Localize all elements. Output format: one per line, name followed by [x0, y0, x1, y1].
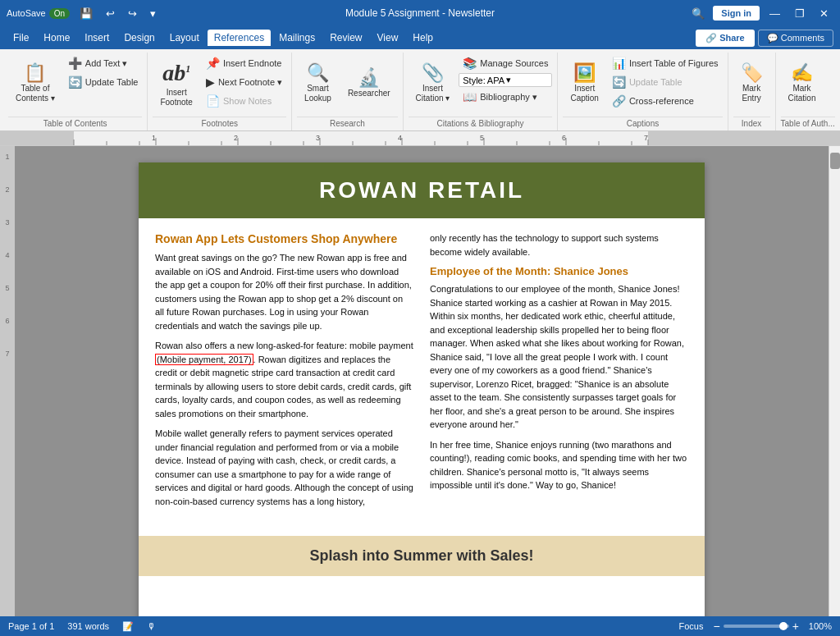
footnotes-sub-buttons: 📌 Insert Endnote ▶ Next Footnote ▾ 📄 Sho… [202, 54, 286, 110]
mark-citation-button[interactable]: ✍️ MarkCitation [781, 54, 824, 113]
title-bar-left: AutoSave On 💾 ↩ ↪ ▾ [7, 6, 159, 21]
document-content: Rowan App Lets Customers Shop Anywhere W… [139, 218, 705, 528]
status-icon: 📝 [122, 621, 134, 632]
style-value: APA [487, 75, 504, 85]
footnote-icon: ab1 [162, 60, 190, 86]
document-col-right: only recently has the technology to supp… [430, 231, 688, 515]
toc-sub-buttons: ➕ Add Text ▾ 🔄 Update Table [64, 54, 143, 91]
article2-intro: only recently has the technology to supp… [430, 231, 688, 259]
search-icon[interactable]: 🔍 [688, 6, 708, 21]
bibliography-button[interactable]: 📖 Bibliography ▾ [459, 88, 552, 106]
bibliography-label: Bibliography ▾ [480, 92, 537, 103]
citations-group-label: Citations & Bibliography [409, 117, 553, 130]
manage-sources-label: Manage Sources [480, 58, 548, 68]
document-scroll[interactable]: ROWAN RETAIL Rowan App Lets Customers Sh… [15, 146, 829, 616]
insert-footnote-button[interactable]: ab1 InsertFootnote [153, 54, 199, 113]
menu-mailings[interactable]: Mailings [272, 30, 322, 46]
zoom-slider[interactable] [724, 625, 789, 628]
add-text-icon: ➕ [68, 57, 82, 70]
toc-group-label: Table of Contents [8, 117, 142, 130]
article2-intro-text: only recently has the technology to supp… [430, 231, 688, 259]
next-footnote-button[interactable]: ▶ Next Footnote ▾ [202, 73, 286, 91]
style-dropdown-icon: ▾ [506, 75, 511, 85]
ribbon-group-index: 🏷️ MarkEntry Index [728, 53, 776, 130]
next-fn-icon: ▶ [206, 75, 215, 89]
ribbon-group-table-auth-content: ✍️ MarkCitation [781, 54, 835, 117]
table-figures-icon: 📊 [612, 57, 626, 70]
status-right: Focus − + 100% [679, 620, 832, 633]
researcher-button[interactable]: 🔬 Researcher [340, 54, 398, 113]
zoom-in-icon[interactable]: + [792, 620, 799, 633]
menu-file[interactable]: File [7, 30, 35, 46]
document-footer-banner: Splash into Summer with Sales! [139, 536, 705, 576]
focus-label[interactable]: Focus [679, 621, 704, 631]
manage-sources-icon: 📚 [463, 57, 477, 70]
insert-table-figures-label: Insert Table of Figures [629, 58, 719, 68]
menu-insert[interactable]: Insert [78, 30, 116, 46]
ribbon-group-toc-content: 📋 Table ofContents ▾ ➕ Add Text ▾ 🔄 Upda… [8, 54, 142, 117]
save-icon[interactable]: 💾 [76, 6, 96, 21]
menu-help[interactable]: Help [406, 30, 440, 46]
insert-table-of-figures-button[interactable]: 📊 Insert Table of Figures [608, 54, 723, 72]
manage-sources-button[interactable]: 📚 Manage Sources [459, 54, 552, 72]
update-table-button[interactable]: 🔄 Update Table [64, 73, 143, 91]
menu-review[interactable]: Review [323, 30, 368, 46]
autosave-toggle[interactable]: On [49, 8, 70, 19]
smart-lookup-button[interactable]: 🔍 SmartLookup [297, 54, 339, 113]
more-icon[interactable]: ▾ [147, 6, 159, 21]
article1-body: Want great savings on the go? The new Ro… [155, 251, 413, 508]
citation-inline: (Mobile payment, 2017) [155, 354, 253, 365]
page-ruler-left: 1 2 3 4 5 6 7 [0, 146, 15, 616]
update-table-captions-label: Update Table [629, 77, 682, 87]
menu-bar: File Home Insert Design Layout Reference… [0, 26, 840, 49]
add-text-button[interactable]: ➕ Add Text ▾ [64, 54, 143, 72]
redo-icon[interactable]: ↪ [125, 6, 140, 21]
svg-text:4: 4 [398, 134, 402, 142]
update-table-captions-button[interactable]: 🔄 Update Table [608, 73, 723, 91]
undo-icon[interactable]: ↩ [103, 6, 118, 21]
menu-view[interactable]: View [371, 30, 405, 46]
captions-sub-buttons: 📊 Insert Table of Figures 🔄 Update Table… [608, 54, 723, 110]
ribbon: 📋 Table ofContents ▾ ➕ Add Text ▾ 🔄 Upda… [0, 49, 840, 131]
menu-design[interactable]: Design [117, 30, 161, 46]
article1-para2: Rowan also offers a new long-asked-for f… [155, 339, 413, 420]
article2-body: Congratulations to our employee of the m… [430, 282, 688, 492]
table-of-contents-button[interactable]: 📋 Table ofContents ▾ [8, 54, 62, 113]
cross-reference-label: Cross-reference [629, 96, 694, 106]
svg-rect-2 [648, 131, 815, 145]
svg-rect-1 [25, 131, 74, 145]
restore-button[interactable]: ❐ [790, 6, 810, 21]
menu-references[interactable]: References [208, 30, 271, 46]
next-footnote-label: Next Footnote ▾ [218, 77, 282, 88]
ribbon-group-research: 🔍 SmartLookup 🔬 Researcher Research [292, 53, 404, 130]
ribbon-group-research-content: 🔍 SmartLookup 🔬 Researcher [297, 54, 398, 117]
menu-layout[interactable]: Layout [163, 30, 206, 46]
scrollbar-thumb[interactable] [830, 153, 840, 169]
zoom-out-icon[interactable]: − [713, 620, 719, 633]
cross-reference-button[interactable]: 🔗 Cross-reference [608, 92, 723, 110]
insert-endnote-button[interactable]: 📌 Insert Endnote [202, 54, 286, 72]
show-notes-button[interactable]: 📄 Show Notes [202, 92, 286, 110]
insert-citation-button[interactable]: 📎 InsertCitation ▾ [409, 54, 458, 113]
mark-entry-icon: 🏷️ [741, 64, 763, 82]
style-selector[interactable]: Style: APA ▾ [459, 73, 552, 87]
insert-caption-button[interactable]: 🖼️ InsertCaption [563, 54, 605, 113]
svg-text:3: 3 [316, 134, 320, 142]
update-captions-icon: 🔄 [612, 75, 626, 89]
add-text-label: Add Text ▾ [85, 58, 128, 69]
article1-title: Rowan App Lets Customers Shop Anywhere [155, 231, 413, 246]
ribbon-group-toc: 📋 Table ofContents ▾ ➕ Add Text ▾ 🔄 Upda… [3, 53, 148, 130]
ribbon-group-footnotes-content: ab1 InsertFootnote 📌 Insert Endnote ▶ Ne… [153, 54, 286, 117]
menu-home[interactable]: Home [37, 30, 76, 46]
close-button[interactable]: ✕ [815, 6, 833, 21]
mark-entry-button[interactable]: 🏷️ MarkEntry [733, 54, 770, 113]
sign-in-button[interactable]: Sign in [713, 6, 760, 21]
article2-para2: In her free time, Shanice enjoys running… [430, 438, 688, 492]
minimize-button[interactable]: — [765, 6, 785, 21]
share-button[interactable]: 🔗 Share [696, 30, 755, 47]
comments-button[interactable]: 💬 Comments [758, 30, 833, 47]
show-notes-label: Show Notes [223, 96, 272, 106]
page-info: Page 1 of 1 [8, 621, 54, 631]
document-title: Module 5 Assignment - Newsletter [345, 7, 495, 19]
scrollbar-right[interactable] [829, 146, 840, 616]
